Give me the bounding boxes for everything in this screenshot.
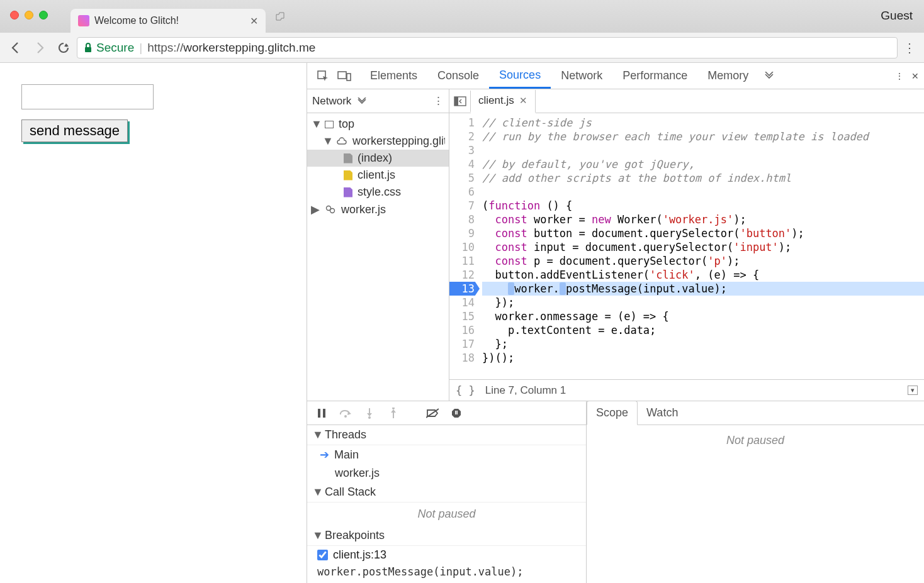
breakpoint-code-preview: worker.postMessage(input.value); xyxy=(307,564,586,582)
debugger-toolbar xyxy=(307,401,586,425)
device-toolbar-icon[interactable] xyxy=(334,65,355,87)
editor-file-tab[interactable]: client.js ✕ xyxy=(471,90,536,113)
send-message-button[interactable]: send message xyxy=(21,119,128,142)
scope-not-paused: Not paused xyxy=(726,434,784,447)
editor-statusbar: { } Line 7, Column 1 ▾ xyxy=(449,379,924,401)
inspect-element-icon[interactable] xyxy=(312,65,334,87)
tab-watch[interactable]: Watch xyxy=(638,401,687,425)
debugger-left-pane: ▼Threads ➔ Main worker.js ▼Call Stack No… xyxy=(307,401,587,583)
more-tabs-icon[interactable] xyxy=(758,65,780,87)
page-content: send message xyxy=(0,63,307,583)
reload-button[interactable] xyxy=(53,37,74,58)
tree-file-index[interactable]: (index) xyxy=(307,150,449,167)
close-file-icon[interactable]: ✕ xyxy=(519,95,527,106)
editor-tabstrip: client.js ✕ xyxy=(449,89,924,113)
guest-label[interactable]: Guest xyxy=(881,9,913,23)
code-area[interactable]: 123456789101112131415161718 // client-si… xyxy=(449,113,924,379)
tree-file-stylecss[interactable]: style.css xyxy=(307,184,449,201)
minimize-window-button[interactable] xyxy=(25,11,33,19)
navigator-header: Network ⋮ xyxy=(307,89,449,113)
devtools-close-icon[interactable]: ✕ xyxy=(911,71,919,81)
browser-tab[interactable]: Welcome to Glitch! ✕ xyxy=(70,9,266,33)
close-tab-icon[interactable]: ✕ xyxy=(250,15,258,27)
tree-worker[interactable]: ▶ worker.js xyxy=(307,201,449,218)
secure-chip[interactable]: Secure xyxy=(84,41,134,55)
threads-section-header[interactable]: ▼Threads xyxy=(307,425,586,445)
css-file-icon xyxy=(344,187,352,197)
tree-frame-top[interactable]: ▼ top xyxy=(307,116,449,133)
step-out-button[interactable] xyxy=(386,406,400,420)
breakpoints-section-header[interactable]: ▼Breakpoints xyxy=(307,526,586,546)
tab-memory[interactable]: Memory xyxy=(697,63,758,89)
active-thread-arrow-icon: ➔ xyxy=(320,448,329,462)
svg-marker-21 xyxy=(452,409,461,418)
back-button[interactable] xyxy=(5,37,26,58)
sources-navigator: Network ⋮ ▼ top ▼ xyxy=(307,89,449,401)
close-window-button[interactable] xyxy=(10,11,19,19)
callstack-not-paused: Not paused xyxy=(307,502,586,526)
debugger-right-pane: Scope Watch Not paused xyxy=(587,401,924,583)
devtools-tabstrip: Elements Console Sources Network Perform… xyxy=(307,63,924,89)
svg-point-6 xyxy=(330,209,335,213)
gear-icon xyxy=(325,204,336,215)
address-bar: Secure | https://workerstepping.glitch.m… xyxy=(0,33,924,63)
svg-rect-22 xyxy=(455,411,456,414)
pause-button[interactable] xyxy=(315,406,329,420)
content-area: send message Elements Console Sources Ne… xyxy=(0,63,924,583)
omnibox[interactable]: Secure | https://workerstepping.glitch.m… xyxy=(77,37,898,58)
maximize-window-button[interactable] xyxy=(39,11,48,19)
svg-point-19 xyxy=(392,408,395,409)
frame-icon xyxy=(325,121,334,128)
callstack-section-header[interactable]: ▼Call Stack xyxy=(307,482,586,502)
svg-rect-10 xyxy=(323,409,325,418)
statusbar-dropdown-icon[interactable]: ▾ xyxy=(908,386,918,395)
navigator-menu-icon[interactable]: ⋮ xyxy=(433,94,444,108)
tree-domain[interactable]: ▼ workerstepping.glitch xyxy=(307,133,449,150)
svg-point-12 xyxy=(344,415,347,418)
svg-rect-4 xyxy=(347,74,351,81)
svg-rect-23 xyxy=(456,411,458,414)
svg-rect-3 xyxy=(338,72,346,79)
thread-main[interactable]: ➔ Main xyxy=(307,445,586,464)
deactivate-breakpoints-button[interactable] xyxy=(425,406,439,420)
devtools-menu-icon[interactable]: ⋮ xyxy=(895,71,904,81)
tab-elements[interactable]: Elements xyxy=(360,63,427,89)
breakpoint-checkbox[interactable] xyxy=(317,550,328,560)
tab-network[interactable]: Network xyxy=(551,63,612,89)
step-into-button[interactable] xyxy=(363,406,376,420)
tab-scope[interactable]: Scope xyxy=(587,401,638,425)
step-over-button[interactable] xyxy=(339,406,352,420)
cloud-icon xyxy=(336,136,347,147)
tab-console[interactable]: Console xyxy=(427,63,489,89)
code-content[interactable]: // client-side js// run by the browser e… xyxy=(480,113,924,379)
svg-marker-14 xyxy=(367,413,372,416)
tab-performance[interactable]: Performance xyxy=(612,63,697,89)
svg-marker-0 xyxy=(64,43,69,47)
toggle-navigator-icon[interactable] xyxy=(449,91,471,112)
glitch-favicon xyxy=(78,15,89,26)
thread-worker[interactable]: worker.js xyxy=(307,464,586,482)
svg-rect-1 xyxy=(85,47,91,52)
svg-point-15 xyxy=(368,416,371,419)
pretty-print-icon[interactable]: { } xyxy=(456,384,475,397)
debugger-pane: ▼Threads ➔ Main worker.js ▼Call Stack No… xyxy=(307,401,924,583)
tree-file-clientjs[interactable]: client.js xyxy=(307,167,449,184)
breakpoint-row[interactable]: client.js:13 xyxy=(307,546,586,564)
browser-menu-button[interactable]: ⋮ xyxy=(900,40,919,55)
svg-rect-8 xyxy=(454,97,458,106)
browser-tab-strip: Welcome to Glitch! ✕ xyxy=(70,0,924,33)
traffic-lights xyxy=(10,11,48,19)
devtools-panel: Elements Console Sources Network Perform… xyxy=(307,63,924,583)
tab-sources[interactable]: Sources xyxy=(489,63,551,89)
svg-rect-9 xyxy=(318,409,320,418)
navigator-more-icon[interactable] xyxy=(358,97,366,105)
line-gutter[interactable]: 123456789101112131415161718 xyxy=(449,113,480,379)
navigator-tab-label[interactable]: Network xyxy=(312,95,351,108)
new-tab-button[interactable] xyxy=(271,7,290,26)
pause-on-exceptions-button[interactable] xyxy=(449,406,463,420)
scope-watch-tabs: Scope Watch xyxy=(587,401,924,425)
forward-button[interactable] xyxy=(29,37,50,58)
secure-label: Secure xyxy=(96,41,134,55)
file-tree: ▼ top ▼ workerstepping.glitch xyxy=(307,113,449,218)
message-input[interactable] xyxy=(21,84,154,109)
